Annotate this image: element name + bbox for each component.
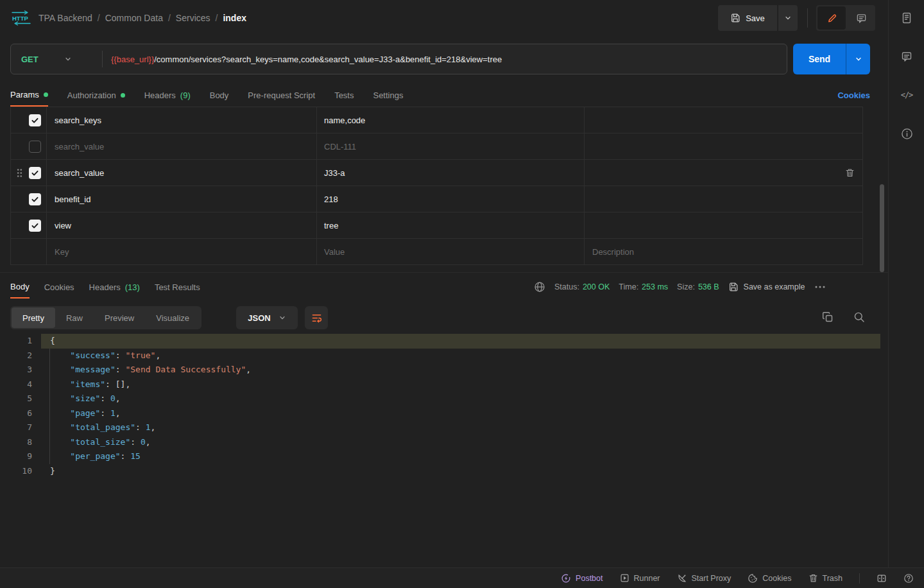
param-key-cell[interactable]: search_keys <box>47 107 317 133</box>
code-line-content: "items": [], <box>41 377 880 392</box>
format-selector[interactable]: JSON <box>236 306 298 329</box>
help-icon[interactable] <box>903 573 914 584</box>
params-scrollbar-thumb[interactable] <box>880 184 884 272</box>
chevron-down-icon <box>278 314 286 322</box>
param-value-cell[interactable]: CDL-111 <box>317 134 585 159</box>
param-checkbox[interactable] <box>29 167 41 179</box>
param-select-cell <box>11 134 47 159</box>
save-button[interactable]: Save <box>718 5 777 31</box>
save-as-example-button[interactable]: Save as example <box>728 282 805 292</box>
view-raw-button[interactable]: Raw <box>55 307 94 328</box>
param-checkbox[interactable] <box>29 114 41 126</box>
param-row: viewtree <box>11 212 862 239</box>
param-key-cell[interactable]: benefit_id <box>47 186 317 212</box>
send-options-button[interactable] <box>846 44 870 74</box>
param-key-cell[interactable]: search_value <box>47 160 317 186</box>
param-description-cell[interactable] <box>585 160 862 186</box>
runner-button[interactable]: Runner <box>620 573 660 583</box>
param-checkbox[interactable] <box>29 220 41 232</box>
code-snippet-icon[interactable]: </> <box>899 87 914 103</box>
tab-params[interactable]: Params <box>10 83 48 107</box>
globe-icon[interactable] <box>534 281 545 293</box>
wrap-text-icon <box>311 313 322 324</box>
cookies-button[interactable]: Cookies <box>748 573 791 584</box>
param-value-placeholder: Value <box>324 247 345 257</box>
tab-settings[interactable]: Settings <box>373 83 403 107</box>
view-preview-button[interactable]: Preview <box>94 307 145 328</box>
param-value-cell[interactable]: tree <box>317 212 585 238</box>
response-tab-headers[interactable]: Headers(13) <box>89 275 140 298</box>
copy-response-icon[interactable] <box>822 311 834 323</box>
edit-documentation-button[interactable] <box>817 6 846 30</box>
param-description-cell[interactable] <box>585 186 862 212</box>
param-select-cell <box>11 212 47 238</box>
drag-handle-icon[interactable] <box>15 168 24 178</box>
response-tab-cookies[interactable]: Cookies <box>44 275 74 298</box>
pencil-icon <box>826 13 837 24</box>
info-icon[interactable] <box>899 126 914 141</box>
param-value-cell[interactable]: name,code <box>317 107 585 133</box>
param-key-cell[interactable]: search_value <box>47 134 317 159</box>
comments-sidebar-icon[interactable] <box>899 49 914 64</box>
params-table: search_keysname,codesearch_valueCDL-111s… <box>10 107 863 265</box>
tab-authorization[interactable]: Authorization <box>67 83 125 107</box>
cookies-link-label: Cookies <box>837 91 870 100</box>
tab-headers-label: Headers <box>144 91 176 100</box>
tab-prerequest-script[interactable]: Pre-request Script <box>248 83 315 107</box>
url-bar: GET {{base_url}}/common/services?search_… <box>10 44 787 74</box>
trash-button[interactable]: Trash <box>809 573 843 583</box>
breadcrumb-collection[interactable]: TPA Backend <box>38 13 92 23</box>
indent-guide <box>49 349 50 464</box>
url-input[interactable]: {{base_url}}/common/services?search_keys… <box>111 44 502 74</box>
delete-param-icon[interactable] <box>845 168 855 178</box>
cookies-link[interactable]: Cookies <box>837 83 870 107</box>
response-tab-headers-label: Headers <box>89 282 121 292</box>
request-name[interactable]: index <box>223 13 246 23</box>
param-value-cell[interactable]: J33-a <box>317 160 585 186</box>
response-tab-test-results[interactable]: Test Results <box>155 275 200 298</box>
search-response-icon[interactable] <box>853 311 865 323</box>
wrap-text-button[interactable] <box>305 306 328 329</box>
param-value: name,code <box>324 116 365 125</box>
param-value-cell[interactable]: 218 <box>317 186 585 212</box>
param-value-cell[interactable]: Value <box>317 239 585 264</box>
view-visualize-button[interactable]: Visualize <box>145 307 200 328</box>
tab-body[interactable]: Body <box>210 83 229 107</box>
postbot-button[interactable]: Postbot <box>561 573 603 584</box>
view-pretty-button[interactable]: Pretty <box>12 307 55 328</box>
two-pane-layout-icon[interactable] <box>877 573 887 584</box>
code-line-content: "total_size": 0, <box>41 435 880 450</box>
param-row: benefit_id218 <box>11 186 862 212</box>
breadcrumb-subfolder[interactable]: Services <box>176 13 210 23</box>
response-tab-body[interactable]: Body <box>10 275 30 298</box>
param-key-cell[interactable]: view <box>47 212 317 238</box>
method-selector[interactable]: GET <box>21 44 101 74</box>
comments-button[interactable] <box>847 5 875 31</box>
param-checkbox[interactable] <box>29 193 41 205</box>
code-line-content: "size": 0, <box>41 392 880 406</box>
save-options-button[interactable] <box>778 5 798 31</box>
line-number: 3 <box>0 363 32 377</box>
status-label: Status: <box>554 282 579 291</box>
context-sidebar: </> <box>888 0 924 567</box>
postbot-label: Postbot <box>576 574 603 583</box>
tab-headers[interactable]: Headers(9) <box>144 83 191 107</box>
headers-count: (9) <box>180 91 191 100</box>
tab-tests[interactable]: Tests <box>334 83 354 107</box>
documentation-icon[interactable] <box>899 10 914 26</box>
param-description-cell[interactable]: Description <box>585 239 862 264</box>
param-description-cell[interactable] <box>585 212 862 238</box>
start-proxy-button[interactable]: Start Proxy <box>677 573 732 584</box>
param-key: search_value <box>55 168 104 178</box>
breadcrumb-folder[interactable]: Common Data <box>105 13 163 23</box>
param-description-cell[interactable] <box>585 134 862 159</box>
response-body-editor[interactable]: 1{2 "success": "true",3 "message": "Send… <box>0 334 888 478</box>
send-button[interactable]: Send <box>793 44 846 74</box>
param-checkbox[interactable] <box>29 141 41 153</box>
code-line-content: "total_pages": 1, <box>41 420 880 435</box>
chevron-down-icon <box>64 55 72 63</box>
param-key-cell[interactable]: Key <box>47 239 317 264</box>
line-number: 7 <box>0 420 32 435</box>
param-description-cell[interactable] <box>585 107 862 133</box>
more-options-icon[interactable] <box>814 281 826 293</box>
